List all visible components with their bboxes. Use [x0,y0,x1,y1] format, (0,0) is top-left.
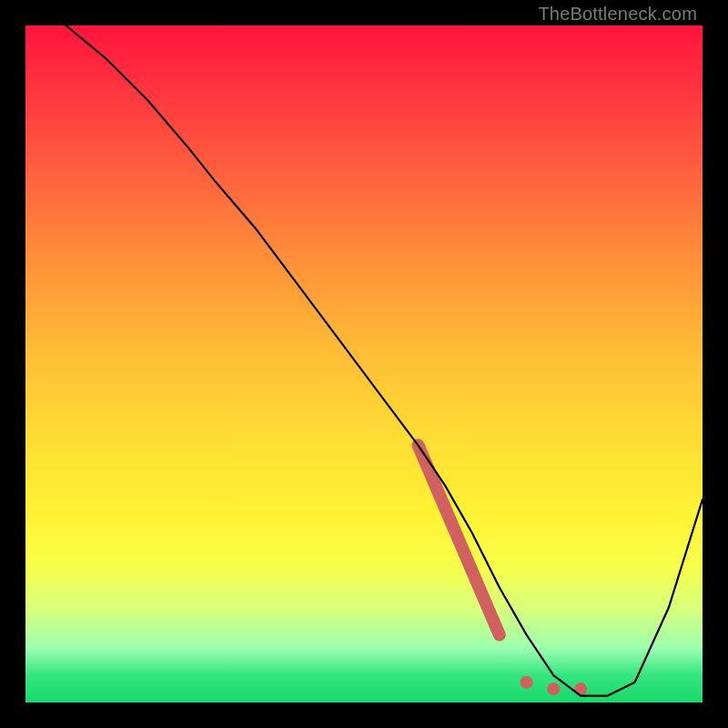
chart-frame: TheBottleneck.com [0,0,728,728]
chart-svg [25,25,703,703]
highlight-dot [521,676,533,689]
plot-area [25,25,703,703]
highlight-segment [419,445,500,634]
highlight-dot [547,682,560,695]
attribution-watermark: TheBottleneck.com [538,4,697,25]
bottleneck-curve [25,25,703,696]
